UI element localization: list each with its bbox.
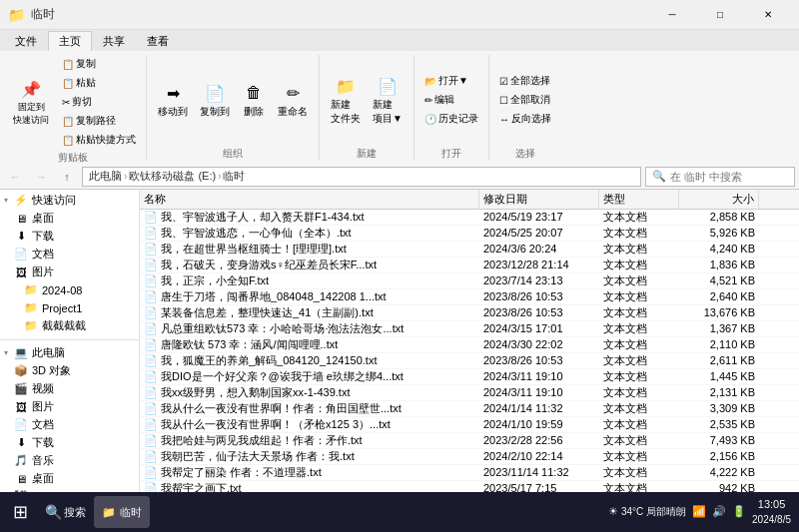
folder-icon: 📁 [24, 283, 38, 297]
select-all-button[interactable]: ☑ 全部选择 [495, 72, 555, 90]
tab-file[interactable]: 文件 [4, 31, 48, 51]
crumb-folder[interactable]: 临时 [223, 169, 245, 184]
file-row[interactable]: 📄我，在超世界当枢纽骑士！[理理理].txt2024/3/6 20:24文本文档… [140, 242, 799, 258]
sidebar-item-desktop[interactable]: 🖥 桌面 [0, 210, 139, 228]
thispc-icon: 💻 [14, 346, 28, 360]
search-box[interactable]: 🔍 [645, 167, 795, 187]
col-header-name[interactable]: 名称 [140, 190, 479, 209]
new-item-button[interactable]: 📄 新建项目▼ [368, 71, 407, 129]
tab-view[interactable]: 查看 [136, 31, 180, 51]
col-header-date[interactable]: 修改日期 [479, 190, 599, 209]
cut-button[interactable]: ✂ 剪切 [58, 93, 140, 111]
file-icon: 📄 [144, 401, 158, 415]
sidebar-item-dsk[interactable]: 🖥 桌面 [0, 470, 139, 488]
file-row[interactable]: 📄我、宇智波逃子人，却入赘天群F1-434.txt2024/5/19 23:17… [140, 210, 799, 226]
forward-button[interactable]: → [30, 166, 52, 188]
file-row[interactable]: 📄我xx级野男，想入鹅制国家xx-1-439.txt2024/3/11 19:1… [140, 385, 799, 401]
expand-arrow-2: ▾ [4, 348, 14, 357]
file-row[interactable]: 📄我，石破天，变身游戏s♀纪巫差员长宋F...txt2023/12/28 21:… [140, 258, 799, 273]
search-input[interactable] [670, 171, 788, 183]
minimize-button[interactable]: ─ [649, 0, 695, 30]
file-row[interactable]: 📄唐隆欧钛 573 幸：涵风/闻闯哩哩..txt2024/3/30 22:02文… [140, 337, 799, 353]
file-name-cell: 📄我、宇智波逃恋，一心争仙（全本）.txt [140, 226, 479, 241]
file-date-cell: 2024/3/15 17:01 [479, 322, 599, 334]
deselect-all-button[interactable]: ☐ 全部取消 [495, 91, 555, 109]
file-row[interactable]: 📄凡总重组欧钛573 幸：小哈哈哥场·泡法法泡女...txt2024/3/15 … [140, 321, 799, 337]
file-name-cell: 📄某装备信息差，整理快速达_41（主副副).txt [140, 305, 479, 320]
address-box[interactable]: 此电脑 › 欧钛移动磁盘 (E:) › 临时 [82, 167, 641, 187]
sidebar-item-videos[interactable]: 🎬 视频 [0, 380, 139, 398]
delete-button[interactable]: 🗑 删除 [237, 78, 271, 122]
sidebar-item-music[interactable]: 🎵 音乐 [0, 452, 139, 470]
edit-button[interactable]: ✏ 编辑 [420, 91, 482, 109]
history-button[interactable]: 🕐 历史记录 [420, 110, 482, 128]
file-date-cell: 2024/1/10 19:59 [479, 418, 599, 430]
taskbar-clock[interactable]: 13:05 2024/8/5 [752, 497, 791, 526]
sidebar-item-pics[interactable]: 🖼 图片 [0, 398, 139, 416]
sidebar-item-pictures[interactable]: 🖼 图片 [0, 264, 139, 281]
rename-button[interactable]: ✏ 重命名 [273, 78, 313, 122]
file-type-cell: 文本文档 [599, 449, 679, 464]
open-button[interactable]: 📂 打开▼ [420, 72, 482, 90]
file-row[interactable]: 📄我把哈娃与两见我成组起！作者：矛作.txt2023/2/28 22:56文本文… [140, 433, 799, 449]
sidebar-item-documents[interactable]: 📄 文档 [0, 416, 139, 434]
col-header-type[interactable]: 类型 [599, 190, 679, 209]
sidebar-item-3d[interactable]: 📦 3D 对象 [0, 362, 139, 380]
sidebar-item-quickaccess[interactable]: ▾ ⚡ 快速访问 [0, 192, 139, 210]
file-name-cell: 📄唐生于刀塔，闯番界地_084048_142208 1...txt [140, 289, 479, 304]
file-row[interactable]: 📄我，正宗，小全知F.txt2023/7/14 23:13文本文档4,521 K… [140, 273, 799, 289]
crumb-drive[interactable]: 欧钛移动磁盘 (E:) [129, 169, 216, 184]
desktop-icon: 🖥 [14, 212, 28, 226]
file-row[interactable]: 📄我从什么一夜没有世界啊！作者：角田国壁世...txt2024/1/14 11:… [140, 401, 799, 417]
file-list: 📄我、宇智波逃子人，却入赘天群F1-434.txt2024/5/19 23:17… [140, 210, 799, 513]
new-folder-button[interactable]: 📁 新建文件夹 [326, 71, 366, 129]
file-list-container: 名称 修改日期 类型 大小 📄我、宇智波逃子人，却入赘天群F1-434.txt2… [140, 190, 799, 513]
sidebar-item-jiajie[interactable]: 📁 截截截截 [0, 317, 139, 335]
start-button[interactable]: ⊞ [0, 492, 40, 532]
file-name-cell: 📄我，正宗，小全知F.txt [140, 273, 479, 288]
file-icon: 📄 [144, 289, 158, 303]
back-button[interactable]: ← [4, 166, 26, 188]
file-row[interactable]: 📄我朝巴苦，仙子法大天景场 作者：我.txt2024/2/10 22:14文本文… [140, 449, 799, 465]
crumb-computer[interactable]: 此电脑 [89, 169, 122, 184]
clock-time: 13:05 [752, 497, 791, 512]
paste-button[interactable]: 📋 粘贴 [58, 74, 140, 92]
delete-icon: 🗑 [242, 81, 266, 105]
file-row[interactable]: 📄我，狐魔王的养弟_解码_084120_124150.txt2023/8/26 … [140, 353, 799, 369]
file-row[interactable]: 📄我、宇智波逃恋，一心争仙（全本）.txt2024/5/25 20:07文本文档… [140, 226, 799, 242]
file-row[interactable]: 📄某装备信息差，整理快速达_41（主副副).txt2023/8/26 10:53… [140, 305, 799, 321]
file-row[interactable]: 📄我从什么一夜没有世界啊！（矛枪x125 3）...txt2024/1/10 1… [140, 417, 799, 433]
tab-share[interactable]: 共享 [92, 31, 136, 51]
sidebar-item-dl[interactable]: ⬇ 下载 [0, 434, 139, 452]
file-date-cell: 2024/3/11 19:10 [479, 370, 599, 382]
invert-select-button[interactable]: ↔ 反向选择 [495, 110, 555, 128]
move-to-button[interactable]: ➡ 移动到 [153, 78, 193, 122]
copy-path-button[interactable]: 📋 复制路径 [58, 112, 140, 130]
maximize-button[interactable]: □ [697, 0, 743, 30]
file-icon: 📄 [144, 449, 158, 463]
sidebar-item-project1[interactable]: 📁 Project1 [0, 299, 139, 317]
paste-shortcut-button[interactable]: 📋 粘贴快捷方式 [58, 131, 140, 149]
sidebar-item-docs[interactable]: 📄 文档 [0, 246, 139, 264]
file-row[interactable]: 📄我DIO是一个好父亲？@诶我于墙 e玖绑之绑4...txt2024/3/11 … [140, 369, 799, 385]
sidebar-item-2024-08[interactable]: 📁 2024-08 [0, 281, 139, 299]
tab-home[interactable]: 主页 [48, 31, 92, 51]
file-row[interactable]: 📄唐生于刀塔，闯番界地_084048_142208 1...txt2023/8/… [140, 289, 799, 305]
file-type-cell: 文本文档 [599, 226, 679, 241]
weather-text: 34°C 局部晴朗 [621, 505, 686, 519]
window-icon: 📁 [8, 7, 25, 23]
taskbar-explorer[interactable]: 📁 临时 [94, 496, 150, 528]
taskbar-explorer-label: 临时 [120, 505, 142, 520]
file-name-cell: 📄我从什么一夜没有世界啊！（矛枪x125 3）...txt [140, 417, 479, 432]
pin-button[interactable]: 📌 固定到快速访问 [6, 74, 56, 130]
search-taskbar[interactable]: 🔍 搜索 [40, 504, 90, 520]
sidebar-item-thispc[interactable]: ▾ 💻 此电脑 [0, 344, 139, 362]
copy-button[interactable]: 📋 复制 [58, 55, 140, 73]
sidebar-item-downloads[interactable]: ⬇ 下载 [0, 228, 139, 246]
up-button[interactable]: ↑ [56, 166, 78, 188]
copy-to-button[interactable]: 📄 复制到 [195, 78, 235, 122]
file-row[interactable]: 📄我帮定了丽染 作者：不道理器.txt2023/11/14 11:32文本文档4… [140, 465, 799, 481]
col-header-size[interactable]: 大小 [679, 190, 759, 209]
file-size-cell: 2,640 KB [679, 290, 759, 302]
close-button[interactable]: ✕ [745, 0, 791, 30]
